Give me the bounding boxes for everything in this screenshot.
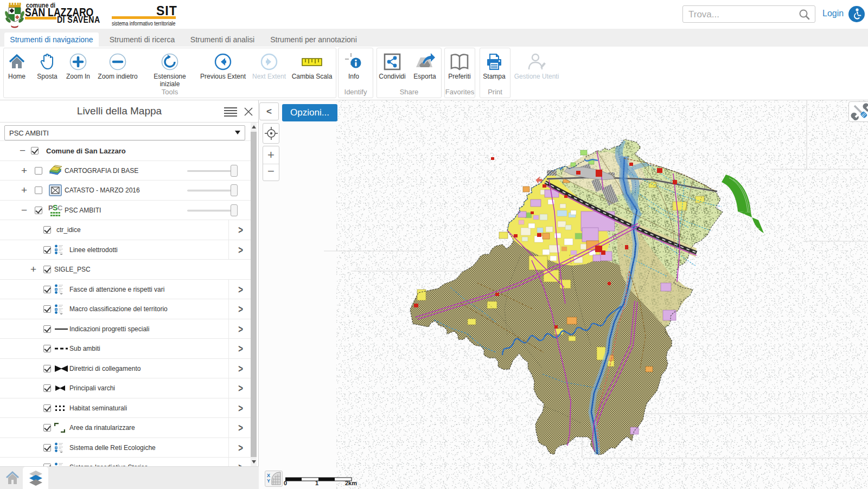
svg-text:C: C (58, 204, 62, 212)
svg-text:S: S (53, 203, 58, 212)
svg-text:X: X (267, 473, 270, 478)
svg-text:Y: Y (267, 478, 270, 484)
